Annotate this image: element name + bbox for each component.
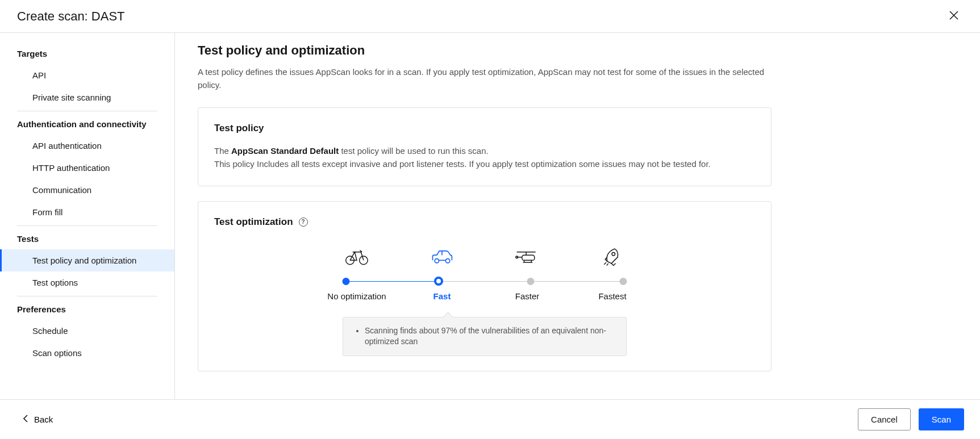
slider-stop-3[interactable] (620, 278, 627, 285)
sidebar-divider (17, 111, 157, 111)
cancel-button[interactable]: Cancel (858, 408, 911, 430)
opt-label-fastest: Fastest (570, 291, 655, 301)
sidebar-item-api[interactable]: API (0, 64, 174, 86)
svg-rect-4 (522, 255, 535, 260)
sidebar-item-schedule[interactable]: Schedule (0, 320, 174, 342)
test-policy-line1: The AppScan Standard Default test policy… (214, 144, 755, 157)
helicopter-icon (485, 245, 570, 267)
tooltip-text: Scanning finds about 97% of the vulnerab… (365, 325, 615, 348)
sidebar-item-api-auth[interactable]: API authentication (0, 135, 174, 157)
svg-point-5 (516, 256, 518, 258)
chevron-left-icon (23, 415, 28, 424)
opt-label-no-optimization: No optimization (314, 291, 399, 301)
rocket-icon (570, 245, 655, 267)
sidebar-item-http-auth[interactable]: HTTP authentication (0, 157, 174, 179)
slider-track[interactable] (346, 278, 623, 286)
page-intro: A test policy defines the issues AppScan… (198, 66, 772, 91)
test-policy-heading: Test policy (214, 123, 755, 134)
sidebar-item-communication[interactable]: Communication (0, 179, 174, 201)
close-button[interactable] (945, 7, 963, 26)
slider-stop-2[interactable] (527, 278, 535, 285)
test-optimization-card: Test optimization ? (198, 201, 772, 371)
sidebar-item-form-fill[interactable]: Form fill (0, 201, 174, 223)
svg-point-2 (435, 258, 439, 262)
main-content: Test policy and optimization A test poli… (175, 33, 980, 399)
page-title: Test policy and optimization (198, 43, 957, 58)
sidebar-group-targets: Targets (0, 43, 174, 64)
svg-point-6 (612, 252, 615, 256)
dialog-title: Create scan: DAST (17, 9, 125, 24)
sidebar-divider (17, 225, 157, 226)
sidebar-group-tests: Tests (0, 228, 174, 249)
sidebar-item-scan-options[interactable]: Scan options (0, 342, 174, 364)
test-policy-line2: This policy Includes all tests except in… (214, 157, 755, 170)
slider-stop-1[interactable] (434, 277, 443, 286)
slider-stop-0[interactable] (343, 278, 350, 285)
sidebar-divider (17, 296, 157, 296)
sidebar-item-test-options[interactable]: Test options (0, 271, 174, 294)
optimization-slider: No optimization Fast Faster Fastest Scan… (314, 245, 655, 356)
sidebar-item-private-site-scanning[interactable]: Private site scanning (0, 86, 174, 108)
bicycle-icon (314, 245, 399, 267)
sidebar: Targets API Private site scanning Authen… (0, 33, 175, 399)
optimization-tooltip: Scanning finds about 97% of the vulnerab… (343, 317, 627, 356)
opt-label-fast: Fast (399, 291, 485, 301)
test-policy-card: Test policy The AppScan Standard Default… (198, 107, 772, 186)
opt-label-faster: Faster (485, 291, 570, 301)
sidebar-group-preferences: Preferences (0, 299, 174, 320)
test-optimization-heading: Test optimization ? (214, 216, 755, 228)
dialog-header: Create scan: DAST (0, 0, 980, 33)
close-icon (949, 11, 958, 22)
back-button[interactable]: Back (16, 410, 60, 429)
sidebar-group-auth: Authentication and connectivity (0, 114, 174, 135)
scan-button[interactable]: Scan (919, 408, 964, 430)
sidebar-item-test-policy-optimization[interactable]: Test policy and optimization (0, 249, 174, 271)
svg-point-3 (445, 258, 449, 262)
help-icon[interactable]: ? (299, 218, 308, 227)
dialog-footer: Back Cancel Scan (0, 399, 980, 439)
car-icon (399, 245, 485, 267)
